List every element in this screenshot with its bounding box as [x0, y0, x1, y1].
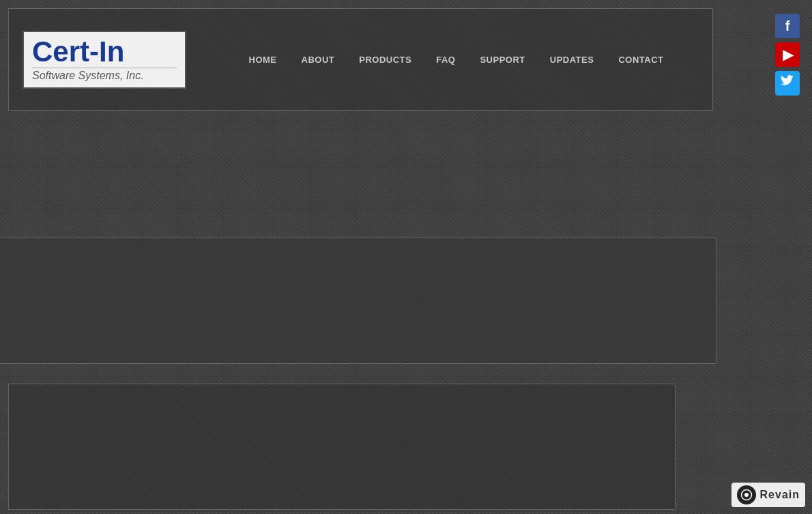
nav-support[interactable]: SUPPORT [467, 49, 537, 70]
page-wrapper: Cert-In Software Systems, Inc. HOME ABOU… [0, 0, 812, 514]
nav-products[interactable]: PRODUCTS [347, 49, 424, 70]
twitter-icon[interactable] [775, 71, 800, 96]
nav-updates[interactable]: UPDATES [538, 49, 607, 70]
middle-section [0, 238, 716, 364]
revain-label: Revain [760, 489, 800, 501]
revain-badge: Revain [731, 483, 805, 507]
revain-logo-icon [737, 485, 756, 504]
nav-contact[interactable]: CONTACT [606, 49, 676, 70]
header: Cert-In Software Systems, Inc. HOME ABOU… [8, 8, 713, 111]
bottom-section [8, 384, 676, 510]
logo-box: Cert-In Software Systems, Inc. [23, 31, 186, 89]
logo-area: Cert-In Software Systems, Inc. [9, 24, 200, 96]
nav-faq[interactable]: FAQ [424, 49, 467, 70]
facebook-icon[interactable]: f [775, 14, 800, 38]
logo-tagline: Software Systems, Inc. [32, 68, 177, 82]
social-icons-panel: f ▶ [770, 8, 805, 101]
nav-home[interactable]: HOME [237, 49, 289, 70]
svg-point-1 [744, 493, 749, 497]
main-nav: HOME ABOUT PRODUCTS FAQ SUPPORT UPDATES … [200, 49, 712, 70]
nav-about[interactable]: ABOUT [289, 49, 347, 70]
youtube-icon[interactable]: ▶ [775, 42, 800, 67]
logo-brand: Cert-In [32, 38, 177, 66]
